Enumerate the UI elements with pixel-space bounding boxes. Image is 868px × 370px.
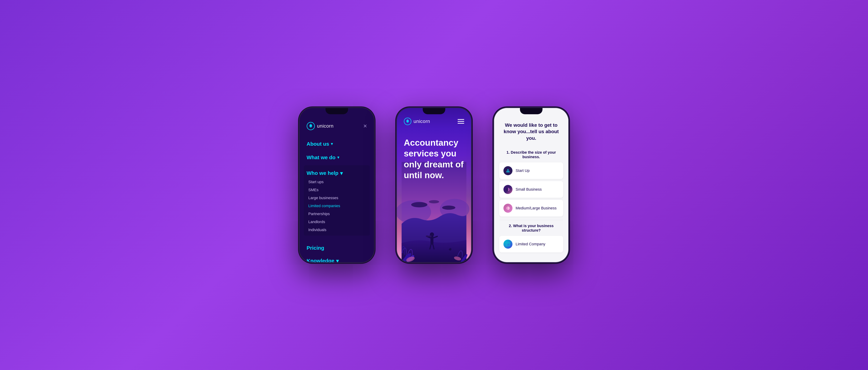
svg-rect-13 (429, 236, 431, 237)
submenu-landlords[interactable]: Landlords (307, 218, 367, 226)
nav-who-we-help[interactable]: Who we help ▾ (307, 167, 367, 178)
top-nav-items: About us ▾ What we do ▾ Who we help ▾ St… (300, 135, 374, 238)
hero-text-overlay: Accountancy services you only dreamt of … (404, 137, 464, 181)
nav-what-we-do[interactable]: What we do ▾ (307, 151, 367, 164)
phone-menu: unicorn × About us ▾ What we do ▾ Who we… (299, 107, 375, 263)
medium-business-icon (503, 204, 513, 213)
svg-point-1 (310, 125, 312, 127)
limited-company-label: Limited Company (516, 242, 545, 246)
svg-rect-12 (426, 236, 429, 237)
logo-area: unicorn (404, 118, 430, 125)
startup-label: Start Up (516, 168, 530, 173)
startup-icon (503, 166, 513, 175)
option-small-business[interactable]: Small Business (499, 181, 563, 198)
hamburger-line (458, 119, 464, 120)
phone-hero: unicorn Accountancy services you only dr… (396, 107, 472, 263)
hamburger-line (458, 123, 464, 124)
hero-header: unicorn (397, 108, 471, 129)
logo-text: unicorn (317, 123, 334, 129)
small-business-icon (503, 185, 513, 194)
logo-icon (404, 118, 411, 125)
chevron-icon: ▾ (340, 170, 343, 176)
svg-rect-21 (507, 243, 509, 244)
nav-about-us[interactable]: About us ▾ (307, 137, 367, 151)
form-header: We would like to get to know you...tell … (494, 117, 568, 149)
submenu-partnerships[interactable]: Partnerships (307, 210, 367, 218)
hamburger-line (458, 121, 464, 122)
svg-rect-22 (507, 244, 508, 244)
logo-icon (307, 122, 315, 130)
form-section-2-title: 2. What is your business structure? (499, 224, 563, 233)
medium-business-label: Medium/Large Business (516, 206, 557, 210)
submenu-smes[interactable]: SMEs (307, 186, 367, 194)
svg-point-7 (411, 202, 427, 207)
form-body: 1. Describe the size of your business. S… (494, 149, 568, 262)
form-title: We would like to get to know you...tell … (501, 122, 561, 142)
hero-area: Accountancy services you only dreamt of … (397, 129, 471, 262)
option-limited-company[interactable]: Limited Company (499, 236, 563, 252)
submenu-individuals[interactable]: Individuals (307, 226, 367, 234)
chevron-icon: ▾ (336, 258, 339, 263)
form-section-1-title: 1. Describe the size of your business. (499, 150, 563, 159)
svg-point-8 (442, 206, 455, 210)
submenu-limited-companies[interactable]: Limited companies (307, 202, 367, 210)
phone-form: We would like to get to know you...tell … (493, 107, 569, 263)
option-startup[interactable]: Start Up (499, 162, 563, 179)
bottom-nav-items: Pricing Knowledge ▾ Contact (300, 238, 374, 263)
submenu-large-businesses[interactable]: Large businesses (307, 194, 367, 202)
nav-pricing[interactable]: Pricing (307, 242, 367, 254)
nav-header: unicorn × (300, 118, 374, 135)
small-business-label: Small Business (516, 187, 541, 192)
close-button[interactable]: × (363, 123, 367, 129)
hamburger-menu[interactable] (458, 119, 464, 124)
chevron-icon: ▾ (337, 155, 339, 160)
hero-headline: Accountancy services you only dreamt of … (404, 137, 464, 181)
option-medium-business[interactable]: Medium/Large Business (499, 200, 563, 217)
submenu-startups[interactable]: Start ups (307, 178, 367, 186)
svg-point-9 (429, 200, 439, 203)
svg-marker-16 (506, 169, 509, 172)
chevron-icon: ▾ (331, 142, 333, 146)
svg-point-3 (407, 120, 409, 122)
logo-text: unicorn (413, 119, 430, 124)
limited-company-icon (503, 240, 513, 249)
logo-area: unicorn (307, 122, 334, 130)
nav-knowledge[interactable]: Knowledge ▾ (307, 255, 367, 263)
